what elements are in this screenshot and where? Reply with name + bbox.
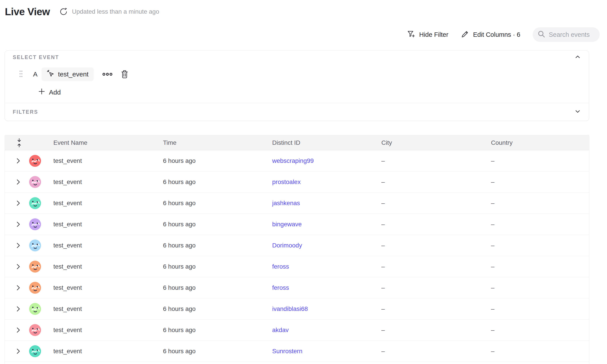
table-row[interactable]: test_event 6 hours ago feross – – — [5, 256, 589, 277]
drag-handle-icon[interactable] — [19, 70, 23, 79]
select-event-header[interactable]: SELECT EVENT — [5, 51, 589, 64]
user-avatar — [29, 176, 41, 188]
city-cell: – — [381, 348, 491, 355]
edit-columns-button[interactable]: Edit Columns · 6 — [461, 29, 520, 40]
search-icon — [538, 30, 545, 39]
distinct-id-link[interactable]: ivandiblasi68 — [272, 305, 308, 312]
updated-status: Updated less than a minute ago — [72, 8, 159, 15]
column-header-city: City — [381, 139, 491, 146]
country-cell: – — [491, 157, 589, 164]
chevron-up-icon[interactable] — [574, 55, 581, 60]
edit-columns-label: Edit Columns · 6 — [473, 31, 520, 38]
distinct-id-link[interactable]: Sunrostern — [272, 348, 303, 354]
table-row[interactable]: test_event 6 hours ago jashkenas – – — [5, 193, 589, 214]
user-avatar — [29, 345, 41, 357]
distinct-id-link[interactable]: webscraping99 — [272, 157, 314, 164]
expand-row-chevron-icon[interactable] — [16, 348, 20, 354]
distinct-id-link[interactable]: feross — [272, 263, 289, 270]
expand-row-chevron-icon[interactable] — [16, 306, 20, 312]
country-cell: – — [491, 221, 589, 228]
time-cell: 6 hours ago — [163, 326, 272, 334]
table-row-partial — [5, 362, 589, 364]
table-body: test_event 6 hours ago webscraping99 – –… — [5, 150, 589, 364]
event-name-cell: test_event — [53, 242, 163, 249]
table-row[interactable]: test_event 6 hours ago bingewave – – — [5, 214, 589, 235]
country-cell: – — [491, 305, 589, 312]
user-avatar — [29, 197, 41, 209]
distinct-id-link[interactable]: prostoalex — [272, 179, 301, 185]
distinct-id-link[interactable]: jashkenas — [272, 200, 300, 207]
user-avatar — [29, 303, 41, 315]
event-name-cell: test_event — [53, 284, 163, 291]
city-cell: – — [381, 263, 491, 270]
city-cell: – — [381, 305, 491, 312]
delete-icon[interactable] — [121, 70, 129, 79]
chevron-down-icon[interactable] — [574, 109, 581, 115]
table-row[interactable]: test_event 6 hours ago feross – – — [5, 277, 589, 298]
time-cell: 6 hours ago — [163, 200, 272, 207]
add-event-button[interactable]: Add — [38, 88, 61, 97]
event-chip-label: test_event — [58, 70, 88, 78]
collapse-rows-icon[interactable] — [16, 138, 22, 148]
add-button-label: Add — [49, 89, 61, 96]
distinct-id-link[interactable]: feross — [272, 284, 289, 291]
table-row[interactable]: test_event 6 hours ago ivandiblasi68 – – — [5, 298, 589, 320]
column-header-event-name: Event Name — [53, 139, 163, 146]
city-cell: – — [381, 179, 491, 185]
more-options-icon[interactable] — [102, 72, 113, 76]
time-cell: 6 hours ago — [163, 348, 272, 355]
table-row[interactable]: test_event 6 hours ago Dorimoody – – — [5, 235, 589, 256]
expand-row-chevron-icon[interactable] — [16, 179, 20, 185]
toolbar: Hide Filter Edit Columns · 6 — [407, 27, 600, 42]
event-name-cell: test_event — [53, 200, 163, 207]
time-cell: 6 hours ago — [163, 179, 272, 185]
event-name-cell: test_event — [53, 305, 163, 312]
expand-row-chevron-icon[interactable] — [16, 327, 20, 333]
search-input[interactable] — [549, 31, 595, 38]
expand-row-chevron-icon[interactable] — [16, 200, 20, 206]
country-cell: – — [491, 284, 589, 291]
search-box[interactable] — [533, 27, 600, 42]
table-row[interactable]: test_event 6 hours ago akdav – – — [5, 320, 589, 341]
select-event-label: SELECT EVENT — [13, 54, 59, 60]
country-cell: – — [491, 326, 589, 334]
table-row[interactable]: test_event 6 hours ago webscraping99 – – — [5, 150, 589, 171]
expand-row-chevron-icon[interactable] — [16, 285, 20, 291]
table-row[interactable]: test_event 6 hours ago prostoalex – – — [5, 171, 589, 193]
distinct-id-link[interactable]: akdav — [272, 326, 289, 333]
time-cell: 6 hours ago — [163, 242, 272, 249]
table-header-row: Event Name Time Distinct ID City Country — [5, 135, 589, 150]
event-selector-chip[interactable]: test_event — [41, 67, 94, 81]
distinct-id-link[interactable]: bingewave — [272, 221, 302, 228]
refresh-icon[interactable] — [59, 7, 68, 16]
country-cell: – — [491, 242, 589, 249]
user-avatar — [29, 155, 41, 167]
event-name-cell: test_event — [53, 348, 163, 355]
page-title: Live View — [5, 6, 50, 18]
event-query-row: A test_event — [19, 67, 589, 81]
filters-header[interactable]: FILTERS — [5, 103, 589, 121]
expand-row-chevron-icon[interactable] — [16, 158, 20, 164]
event-name-cell: test_event — [53, 221, 163, 228]
hide-filter-button[interactable]: Hide Filter — [407, 29, 448, 40]
time-cell: 6 hours ago — [163, 221, 272, 228]
user-avatar — [29, 324, 41, 336]
time-cell: 6 hours ago — [163, 263, 272, 270]
table-row[interactable]: test_event 6 hours ago Sunrostern – – — [5, 341, 589, 362]
event-row-letter: A — [33, 70, 38, 78]
city-cell: – — [381, 242, 491, 249]
user-avatar — [29, 282, 41, 294]
event-click-icon — [47, 70, 55, 79]
event-name-cell: test_event — [53, 326, 163, 334]
filter-plus-icon — [407, 29, 415, 40]
event-name-cell: test_event — [53, 157, 163, 164]
pencil-icon — [461, 29, 469, 40]
expand-row-chevron-icon[interactable] — [16, 263, 20, 270]
page-header: Live View Updated less than a minute ago — [5, 6, 159, 18]
distinct-id-link[interactable]: Dorimoody — [272, 242, 302, 249]
country-cell: – — [491, 263, 589, 270]
expand-row-chevron-icon[interactable] — [16, 221, 20, 227]
city-cell: – — [381, 157, 491, 164]
expand-row-chevron-icon[interactable] — [16, 242, 20, 248]
plus-icon — [38, 88, 45, 97]
